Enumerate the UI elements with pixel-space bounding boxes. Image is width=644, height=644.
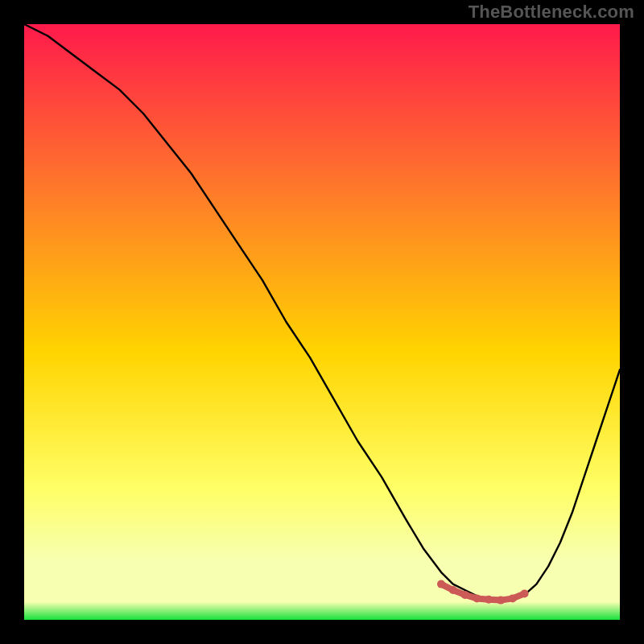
plot-area (24, 24, 620, 620)
bottleneck-chart (24, 24, 620, 620)
optimal-range-dot (461, 591, 469, 599)
optimal-range-dot (437, 580, 445, 588)
optimal-range-dot (473, 594, 481, 602)
gradient-background (24, 24, 620, 620)
optimal-range-dot (509, 594, 517, 602)
optimal-range-dot (449, 586, 457, 594)
watermark-text: TheBottleneck.com (469, 2, 634, 23)
optimal-range-dot (521, 589, 529, 597)
optimal-range-dot (485, 596, 493, 604)
optimal-range-dot (497, 597, 505, 605)
chart-page: TheBottleneck.com (0, 0, 644, 644)
